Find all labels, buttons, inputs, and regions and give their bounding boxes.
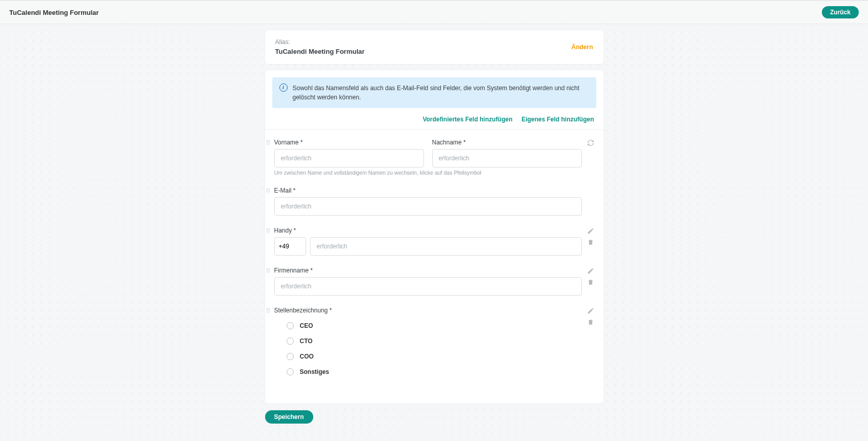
svg-point-15 [269,230,270,232]
svg-point-7 [269,188,270,190]
alias-value: TuCalendi Meeting Formular [275,47,365,57]
radio-option[interactable]: COO [274,349,582,364]
svg-point-13 [269,228,270,229]
svg-point-8 [267,191,268,192]
field-phone-row: Handy * [274,227,594,256]
svg-point-6 [267,188,268,190]
svg-point-25 [269,308,270,309]
svg-point-4 [267,144,268,145]
company-input[interactable] [274,277,582,296]
field-jobtitle-row: Stellenbezeichnung * CEO CTO COO [274,307,594,380]
footer-row: Speichern [265,410,603,424]
svg-point-23 [269,272,270,273]
radio-label: CTO [300,338,313,345]
radio-label: CEO [300,322,313,329]
svg-point-0 [267,140,268,141]
svg-point-27 [269,310,270,311]
svg-point-20 [267,270,268,271]
svg-point-2 [267,142,268,143]
radio-icon [287,338,294,345]
info-icon: i [279,83,288,92]
drag-handle-icon[interactable] [266,228,272,234]
alias-card: Alias: TuCalendi Meeting Formular Ändern [265,30,603,64]
alias-label: Alias: [275,37,365,47]
svg-point-10 [267,193,268,193]
phone-input[interactable] [310,237,582,256]
add-predefined-field-button[interactable]: Vordefiniertes Feld hinzufügen [422,116,512,123]
edit-field-button[interactable] [587,307,595,315]
jobtitle-radio-group: CEO CTO COO Sonstiges [274,318,594,380]
phone-label: Handy * [274,227,594,234]
add-custom-field-button[interactable]: Eigenes Feld hinzufügen [521,116,594,123]
phone-prefix-input[interactable] [274,237,306,256]
drag-handle-icon[interactable] [266,308,272,314]
svg-point-22 [267,272,268,273]
info-text: Sowohl das Namensfeld als auch das E-Mai… [293,83,589,102]
form-card: i Sowohl das Namensfeld als auch das E-M… [265,70,603,403]
last-name-label: Nachname * [432,139,582,146]
svg-point-5 [269,144,270,145]
swap-name-mode-button[interactable] [587,139,595,147]
radio-label: COO [300,353,314,360]
page-title: TuCalendi Meeting Formular [9,9,99,16]
add-field-links: Vordefiniertes Feld hinzufügen Eigenes F… [265,113,603,130]
field-name-row: Vorname * Nachname * Um zwischen Name un… [274,139,594,176]
delete-field-button[interactable] [587,318,595,326]
svg-point-26 [267,310,268,311]
svg-point-11 [269,193,270,193]
email-label: E-Mail * [274,187,594,194]
svg-point-29 [269,312,270,313]
first-name-input[interactable] [274,149,424,167]
radio-label: Sonstiges [300,368,329,375]
back-button[interactable]: Zurück [822,6,859,18]
radio-icon [287,368,294,375]
svg-point-14 [267,230,268,232]
radio-option[interactable]: Sonstiges [274,364,582,380]
drag-handle-icon[interactable] [266,188,272,194]
svg-point-19 [269,268,270,269]
jobtitle-label: Stellenbezeichnung * [274,307,594,314]
svg-point-1 [269,140,270,141]
radio-option[interactable]: CEO [274,318,582,333]
radio-icon [287,353,294,360]
save-button[interactable]: Speichern [265,410,313,424]
svg-point-3 [269,142,270,143]
svg-point-12 [267,228,268,229]
last-name-input[interactable] [432,149,582,167]
svg-point-28 [267,312,268,313]
delete-field-button[interactable] [587,238,595,246]
first-name-label: Vorname * [274,139,424,146]
field-company-row: Firmenname * [274,267,594,296]
drag-handle-icon[interactable] [266,268,272,274]
svg-point-17 [269,233,270,233]
radio-option[interactable]: CTO [274,333,582,349]
edit-field-button[interactable] [587,227,595,235]
topbar: TuCalendi Meeting Formular Zurück [0,0,868,24]
svg-point-18 [267,268,268,269]
svg-point-21 [269,270,270,271]
radio-icon [287,322,294,329]
name-helper-text: Um zwischen Name und vollständigem Namen… [274,170,594,176]
delete-field-button[interactable] [587,278,595,286]
svg-point-9 [269,191,270,192]
drag-handle-icon[interactable] [266,140,272,146]
edit-field-button[interactable] [587,267,595,275]
canvas: Alias: TuCalendi Meeting Formular Ändern… [0,24,868,441]
info-banner: i Sowohl das Namensfeld als auch das E-M… [272,77,596,108]
svg-point-24 [267,308,268,309]
email-input[interactable] [274,197,582,216]
alias-change-button[interactable]: Ändern [572,44,593,51]
company-label: Firmenname * [274,267,594,274]
field-email-row: E-Mail * [274,187,594,216]
svg-point-16 [267,233,268,233]
